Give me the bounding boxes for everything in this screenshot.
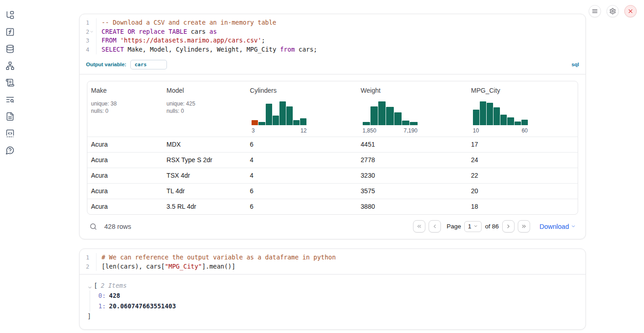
code-text: CREATE OR replace TABLE cars as (97, 27, 217, 37)
table-footer: 428 rows Page 1 of 86 Download (87, 220, 578, 233)
column-stats: unique: 425nulls: 0 (166, 100, 242, 115)
page-total: of 86 (485, 223, 499, 230)
table-cell: 24 (467, 153, 578, 168)
histogram-bar (394, 112, 402, 125)
last-page-button[interactable] (518, 220, 530, 233)
next-page-button[interactable] (502, 220, 515, 233)
document-icon[interactable] (5, 111, 15, 121)
search-icon[interactable] (89, 222, 97, 231)
output-variable-input[interactable] (130, 60, 167, 69)
histogram-bar (378, 101, 386, 125)
histogram-bar (386, 107, 393, 125)
column-name: Weight (361, 87, 464, 94)
histogram-bar (273, 116, 279, 125)
line-number: 4 (80, 45, 97, 54)
column-histogram: 1060 (473, 100, 528, 134)
sql-output-area: Makeunique: 38nulls: 0Modelunique: 425nu… (80, 74, 585, 239)
table-cell: 20 (467, 184, 578, 199)
hist-max-label: 12 (301, 127, 306, 134)
histogram-bar (410, 122, 417, 125)
hist-min-label: 3 (252, 127, 255, 134)
code-text: -- Download a CSV and create an in-memor… (97, 18, 276, 27)
prev-page-button[interactable] (429, 220, 441, 233)
database-icon[interactable] (5, 44, 15, 53)
histogram-bar (494, 107, 500, 125)
code-block-icon[interactable] (5, 128, 15, 138)
histogram-bar (500, 115, 507, 125)
fold-spacer (89, 20, 94, 25)
column-name: MPG_City (471, 87, 574, 94)
table-cell: 17 (467, 137, 578, 152)
collapse-chevron-icon[interactable] (87, 283, 93, 289)
settings-button[interactable] (606, 5, 619, 17)
column-histogram: 312 (252, 100, 306, 134)
fold-chevron-icon[interactable] (89, 29, 94, 34)
page-select-value: 1 (468, 223, 472, 230)
table-cell: RSX Type S 2dr (163, 153, 246, 168)
hist-max-label: 60 (521, 127, 527, 134)
table-cell: TSX 4dr (163, 168, 246, 183)
histogram-bar (266, 104, 272, 125)
sidebar (5, 10, 15, 155)
scroll-icon[interactable] (5, 78, 15, 87)
table-cell: 3230 (357, 168, 467, 183)
list-item: 1:20.060747663551403 (98, 301, 578, 312)
output-variable-label: Output variable: (86, 62, 126, 67)
language-badge: sql (571, 62, 579, 67)
line-number: 3 (80, 36, 97, 45)
first-page-button[interactable] (413, 220, 425, 233)
list-item-key: 0: (98, 292, 106, 299)
python-code-editor[interactable]: 1# We can reference the output variable … (80, 249, 585, 274)
chevron-down-icon (473, 223, 478, 230)
table-row: AcuraTSX 4dr4323022 (87, 168, 578, 183)
table-cell: 22 (467, 168, 578, 183)
column-header-mpg_city[interactable]: MPG_City 1060 (467, 81, 578, 137)
fold-spacer (89, 47, 94, 52)
histogram-bar (402, 121, 409, 125)
window-controls (589, 5, 637, 17)
page-select[interactable]: 1 (464, 221, 482, 232)
table-row: AcuraTL 4dr6357520 (87, 183, 578, 199)
column-header-weight[interactable]: Weight 1,8507,190 (357, 81, 467, 137)
table-cell: 6 (246, 199, 357, 214)
table-cell: Acura (87, 137, 163, 152)
file-tree-icon[interactable] (5, 10, 15, 20)
help-icon[interactable] (5, 145, 15, 155)
list-item: 0:428 (98, 291, 578, 301)
line-number: 2 (80, 262, 97, 271)
dependency-graph-icon[interactable] (5, 61, 15, 70)
column-header-model[interactable]: Modelunique: 425nulls: 0 (163, 81, 246, 137)
column-header-cylinders[interactable]: Cylinders 312 (246, 81, 357, 137)
histogram-bar (507, 117, 514, 125)
column-header-make[interactable]: Makeunique: 38nulls: 0 (87, 81, 163, 137)
text-search-icon[interactable] (5, 95, 15, 104)
close-button[interactable] (624, 5, 637, 17)
table-cell: 6 (246, 137, 357, 152)
table-cell: 4 (246, 153, 357, 168)
line-number: 1 (80, 253, 97, 262)
table-cell: 18 (467, 199, 578, 214)
open-bracket: [ (94, 280, 97, 291)
list-output-body: 0:4281:20.060747663551403 (90, 291, 578, 312)
line-number: 2 (80, 27, 97, 37)
sql-code-editor[interactable]: 1-- Download a CSV and create an in-memo… (80, 14, 585, 58)
table-cell: Acura (87, 184, 163, 199)
data-table: Makeunique: 38nulls: 0Modelunique: 425nu… (87, 81, 578, 215)
menu-button[interactable] (589, 5, 601, 17)
table-cell: Acura (87, 153, 163, 168)
function-icon[interactable] (5, 27, 15, 37)
histogram-bar (300, 118, 306, 125)
histogram-bar (363, 122, 370, 125)
table-cell: 4 (246, 168, 357, 183)
column-name: Cylinders (250, 87, 353, 94)
column-name: Make (91, 87, 159, 94)
code-text: [len(cars), cars["MPG_City"].mean()] (97, 262, 236, 271)
column-name: Model (166, 87, 242, 94)
download-button[interactable]: Download (540, 223, 576, 230)
chevron-down-icon (571, 223, 576, 230)
table-cell: TL 4dr (163, 184, 246, 199)
column-histogram: 1,8507,190 (363, 100, 418, 134)
code-text: # We can reference the output variable a… (97, 253, 336, 262)
table-cell: 2778 (357, 153, 467, 168)
table-cell: Acura (87, 199, 163, 214)
